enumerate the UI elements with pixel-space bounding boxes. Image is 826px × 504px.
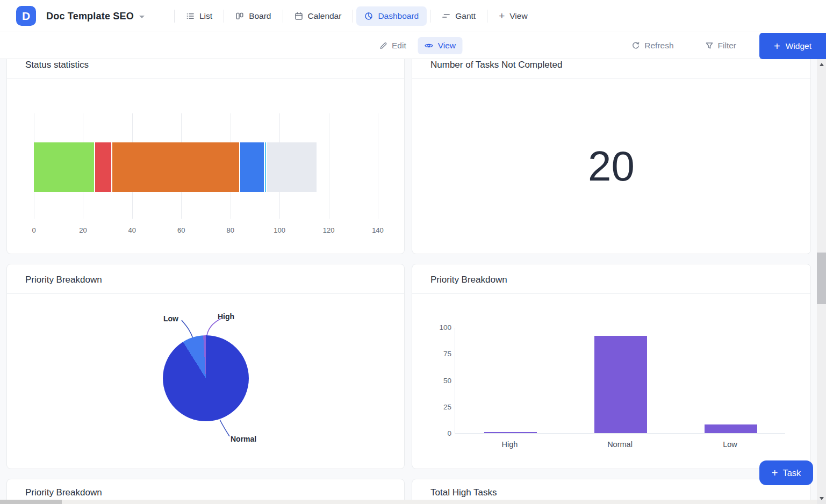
y-tick-label: 100 <box>428 323 451 332</box>
dashboard-icon <box>364 12 373 20</box>
bar-high[interactable] <box>484 432 537 433</box>
tab-gantt[interactable]: Gantt <box>434 6 484 26</box>
gantt-icon <box>442 12 450 20</box>
status-xaxis: 020406080100120140 <box>34 226 378 237</box>
task-button-label: Task <box>782 468 801 478</box>
view-button-label: View <box>438 41 456 51</box>
x-tick-label: 120 <box>317 226 341 234</box>
tasks-not-completed-value: 20 <box>588 142 635 191</box>
plus-icon: + <box>774 42 780 51</box>
tab-board[interactable]: Board <box>227 6 279 26</box>
card-title: Total High Tasks <box>430 487 497 498</box>
top-nav-bar: D Doc Template SEO List Board <box>0 0 826 32</box>
list-icon <box>186 12 195 20</box>
y-tick-label: 25 <box>428 403 451 411</box>
scrollbar-corner <box>817 500 826 504</box>
pencil-icon <box>379 41 387 50</box>
eye-icon <box>425 41 434 50</box>
status-segment-green[interactable] <box>34 142 95 192</box>
pie-label-low: Low <box>146 314 178 323</box>
card-priority-bar: Priority Breakdown 0255075100 HighNormal… <box>412 264 811 469</box>
x-tick-label: 100 <box>268 226 291 234</box>
grid-line <box>329 113 329 219</box>
status-segment-blue[interactable] <box>240 142 265 192</box>
bar-normal[interactable] <box>594 336 647 433</box>
pie-label-high: High <box>218 312 234 321</box>
x-tick-label: 140 <box>366 226 390 234</box>
workspace-title-menu[interactable]: Doc Template SEO <box>46 0 145 32</box>
dashboard-toolbar: Edit View Refresh <box>0 32 826 59</box>
edit-button[interactable]: Edit <box>372 37 413 54</box>
add-widget-button[interactable]: + Widget <box>759 33 826 59</box>
board-icon <box>235 12 244 20</box>
plus-icon: + <box>499 12 505 20</box>
tab-list[interactable]: List <box>178 6 220 26</box>
divider <box>283 10 283 23</box>
card-title: Priority Breakdown <box>25 487 102 498</box>
chevron-down-icon <box>139 16 145 18</box>
tab-calendar[interactable]: Calendar <box>286 6 350 26</box>
triangle-up-icon <box>820 63 824 66</box>
bar-category-label: Low <box>698 440 763 449</box>
card-header: Priority Breakdown <box>7 264 404 294</box>
vertical-scrollbar[interactable] <box>817 59 826 504</box>
x-tick-label: 20 <box>71 226 95 234</box>
refresh-icon <box>631 41 640 50</box>
tab-label: Gantt <box>455 11 476 21</box>
card-priority-pie: Priority Breakdown Low High Normal <box>6 264 405 469</box>
workspace-title: Doc Template SEO <box>46 11 134 22</box>
x-tick-label: 40 <box>120 226 144 234</box>
number-widget: 20 <box>412 79 810 254</box>
divider <box>487 10 487 23</box>
pie-label-normal: Normal <box>231 435 256 443</box>
x-tick-label: 60 <box>169 226 193 234</box>
vertical-scroll-thumb[interactable] <box>817 253 826 304</box>
calendar-icon <box>295 12 303 20</box>
edit-button-label: Edit <box>392 41 406 51</box>
plus-icon: + <box>772 469 778 477</box>
card-tasks-not-completed: Number of Tasks Not Completed 20 <box>412 38 811 254</box>
bar-low[interactable] <box>705 424 757 433</box>
tab-label: Board <box>249 11 271 21</box>
filter-button[interactable]: Filter <box>699 37 743 54</box>
refresh-button-label: Refresh <box>644 41 673 51</box>
status-segment-gray[interactable] <box>267 142 316 192</box>
status-segment-orange[interactable] <box>112 142 240 192</box>
priority-pie-chart[interactable] <box>163 335 249 421</box>
divider <box>430 10 430 23</box>
grid-line <box>378 113 378 219</box>
status-stacked-bar <box>34 142 317 192</box>
divider <box>353 10 353 23</box>
y-tick-label: 75 <box>428 350 451 358</box>
card-status-statistics: Status statistics 020406080100120140 <box>6 38 405 254</box>
card-title: Priority Breakdown <box>430 275 507 285</box>
tab-label: Calendar <box>308 11 342 21</box>
divider <box>174 10 175 23</box>
horizontal-scrollbar[interactable] <box>0 500 817 504</box>
widget-button-label: Widget <box>786 41 811 51</box>
refresh-button[interactable]: Refresh <box>625 37 680 54</box>
mode-switch-group: Edit View <box>372 32 462 59</box>
bar-category-label: Normal <box>588 440 652 449</box>
scroll-up-arrow[interactable] <box>817 60 826 69</box>
workspace-logo[interactable]: D <box>16 6 36 26</box>
view-button[interactable]: View <box>418 37 462 54</box>
horizontal-scroll-thumb[interactable] <box>0 500 62 504</box>
tab-add-view[interactable]: + View <box>491 6 535 26</box>
toolbar-right-group: Refresh Filter <box>625 32 743 59</box>
y-tick-label: 0 <box>428 429 451 437</box>
tab-label: Dashboard <box>378 11 419 21</box>
tab-label: List <box>199 11 212 21</box>
tab-label: View <box>509 11 527 21</box>
card-header: Priority Breakdown <box>412 264 810 294</box>
status-segment-red[interactable] <box>95 142 112 192</box>
filter-button-label: Filter <box>718 41 736 51</box>
tab-dashboard[interactable]: Dashboard <box>356 6 427 26</box>
filter-icon <box>705 41 714 50</box>
priority-bar-plot <box>455 328 785 434</box>
card-title: Status statistics <box>25 60 89 70</box>
view-tabs: List Board Calendar <box>171 0 536 32</box>
add-task-button[interactable]: + Task <box>759 460 813 485</box>
card-title: Number of Tasks Not Completed <box>430 60 562 70</box>
y-tick-label: 50 <box>428 377 451 385</box>
